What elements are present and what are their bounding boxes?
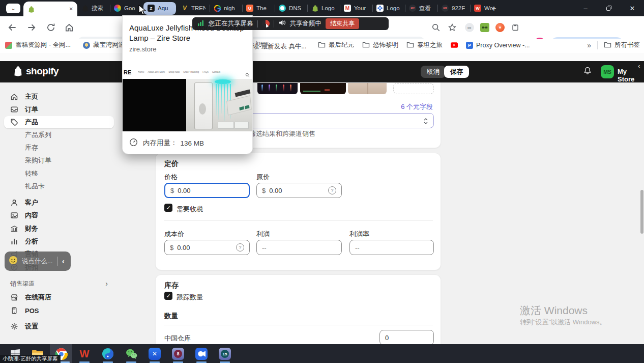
browser-tab-Goo[interactable]: Goo [110, 0, 142, 16]
sidebar-item-分析[interactable]: 分析 [4, 235, 114, 247]
taskbar-meet-icon[interactable] [195, 347, 208, 360]
browser-tab-DNS[interactable]: DNS [275, 0, 307, 16]
bookmark-item[interactable]: 藏宝湾网游 [83, 41, 125, 49]
taskbar-bluex-icon[interactable]: ✕ [148, 347, 161, 360]
cost-input[interactable]: $ 0.00 ? [164, 240, 250, 255]
sales-channels-section[interactable]: 销售渠道› [4, 280, 114, 288]
shopify-logo[interactable]: shopify [13, 66, 58, 77]
folder-icon [318, 41, 326, 49]
quantity-input[interactable]: 0 [379, 330, 434, 345]
sidebar-item-库存[interactable]: 库存 [4, 142, 114, 154]
smiley-icon[interactable] [9, 256, 18, 267]
minimize-button[interactable]: – [574, 0, 597, 16]
bookmark-item[interactable]: 雪糕资源网 - 全网... [5, 41, 71, 49]
sidebar-item-礼品卡[interactable]: 礼品卡 [4, 180, 114, 192]
extensions-puzzle-icon[interactable] [511, 23, 520, 32]
browser-tab-查看[interactable]: 922查看 [405, 0, 437, 16]
site-nav-link: FAQs [202, 71, 209, 73]
help-icon[interactable]: ? [328, 186, 336, 194]
taskbar-wps-icon[interactable]: W [78, 347, 91, 360]
tab-search-chevron-icon[interactable]: ⌄ [6, 4, 20, 13]
save-button[interactable]: 保存 [444, 66, 469, 78]
stop-sharing-button[interactable]: 结束共享 [326, 18, 359, 29]
sidebar-channel-在线商店[interactable]: 在线商店 [4, 291, 114, 303]
card-divider [164, 220, 433, 221]
windows-taskbar: W✕815 英 16:242024/10/31 [0, 344, 644, 363]
charge-tax-checkbox[interactable]: ✓ [164, 204, 172, 212]
taskbar-running-indicator [150, 361, 160, 363]
extension-download-icon[interactable]: ▾ [495, 23, 505, 32]
sidebar-item-settings[interactable]: 设置 [4, 320, 114, 332]
browser-tab-Aqu[interactable]: ZAqu [143, 2, 176, 15]
forward-icon[interactable] [26, 22, 37, 33]
browser-tab-The[interactable]: UThe [242, 0, 275, 16]
add-media-tile[interactable] [393, 83, 434, 94]
tab-close-icon[interactable]: ✕ [69, 6, 73, 12]
taskbar-app8-icon[interactable]: 8 [171, 347, 185, 360]
browser-tab-current[interactable]: ✕ [23, 2, 77, 16]
sidebar-item-产品系列[interactable]: 产品系列 [4, 129, 114, 141]
sidebar-item-财务[interactable]: 财务 [4, 222, 114, 235]
orders-icon [10, 105, 18, 114]
browser-tab-922F[interactable]: 922922F [437, 0, 470, 16]
sidebar-item-客户[interactable]: 客户 [4, 197, 114, 209]
browser-tab-Logo[interactable]: Logo [307, 0, 340, 16]
bookmark-label: 雪糕资源网 - 全网... [15, 41, 71, 49]
product-thumbnail-jellyfish-set[interactable] [257, 83, 298, 94]
help-icon[interactable]: ? [236, 243, 244, 252]
bookmark-folder[interactable]: 最后纪元 [318, 41, 354, 49]
sidebar-item-label: 分析 [25, 237, 38, 246]
margin-input[interactable]: -- [349, 240, 434, 255]
bookmark-label: Proxy Overview -... [476, 42, 530, 49]
profit-input[interactable]: -- [256, 240, 342, 255]
sidebar-item-采购订单[interactable]: 采购订单 [4, 154, 114, 166]
reload-icon[interactable] [46, 22, 56, 33]
bookmark-star-icon[interactable] [448, 23, 458, 33]
close-button[interactable]: ✕ [621, 0, 644, 16]
sidebar-item-订单[interactable]: 订单 [4, 103, 114, 116]
sidebar-channel-POS[interactable]: POS [4, 304, 114, 317]
taskbar-teal-icon[interactable] [101, 347, 114, 360]
sidebar-item-label: 礼品卡 [25, 182, 45, 191]
browser-tab-Logo[interactable]: Logo [372, 0, 405, 16]
extension-coil-icon[interactable]: ∞ [465, 23, 474, 32]
extension-glasses-icon[interactable] [480, 23, 489, 32]
browser-tab-Your[interactable]: MYour [340, 0, 372, 16]
compare-price-input[interactable]: $ 0.00 ? [256, 183, 342, 198]
taskbar-app15-icon[interactable]: 15 [218, 347, 231, 360]
notifications-bell-icon[interactable] [583, 66, 592, 77]
maximize-button[interactable] [597, 0, 621, 16]
product-thumbnail-dark[interactable] [300, 83, 346, 94]
header-collapse-chevron[interactable]: ‹ [638, 62, 640, 70]
bookmark-folder[interactable]: 恐怖黎明 [362, 41, 398, 49]
pill-collapse-button[interactable]: ‹ [62, 257, 65, 265]
comment-input[interactable]: 说点什么... [22, 257, 53, 266]
sidebar-item-产品[interactable]: 产品 [4, 116, 114, 128]
taskbar-wechat-icon[interactable] [125, 347, 138, 360]
price-input[interactable]: $ 0.00 [164, 183, 250, 198]
store-name[interactable]: My Store [618, 68, 644, 83]
proxy-site-favicon-icon: P [466, 42, 473, 49]
browser-tab-TREN[interactable]: VTREN [177, 0, 210, 16]
bookmark-youtube[interactable] [451, 41, 458, 49]
bookmark-folder[interactable]: 泰坦之旅 [406, 41, 443, 49]
metafields-link[interactable]: 6 个元字段 [401, 102, 433, 111]
bookmark-proxy[interactable]: PProxy Overview -... [466, 41, 530, 49]
home-icon[interactable] [64, 22, 74, 33]
sidebar-item-转移[interactable]: 转移 [4, 167, 114, 180]
all-bookmarks-button[interactable]: 所有书签 [604, 41, 640, 49]
browser-tab-nigh[interactable]: nigh [210, 0, 242, 16]
colorwheel-favicon-icon [114, 5, 121, 12]
sidebar-item-主页[interactable]: 主页 [4, 91, 114, 103]
store-avatar[interactable]: MS [601, 65, 614, 78]
scrollbar-thumb[interactable] [640, 190, 643, 234]
bookmarks-overflow-chevron[interactable]: » [587, 41, 591, 49]
track-quantity-checkbox[interactable]: ✓ [164, 292, 172, 300]
product-thumbnail-beige[interactable] [348, 83, 387, 94]
sidebar-item-内容[interactable]: 内容 [4, 209, 114, 221]
browser-tab-搜索[interactable]: 搜索 [77, 0, 110, 16]
back-icon[interactable] [7, 22, 17, 33]
new-tab-button[interactable]: + [488, 3, 500, 14]
zoom-icon[interactable] [431, 23, 442, 33]
cancel-button[interactable]: 取消 [421, 66, 446, 78]
